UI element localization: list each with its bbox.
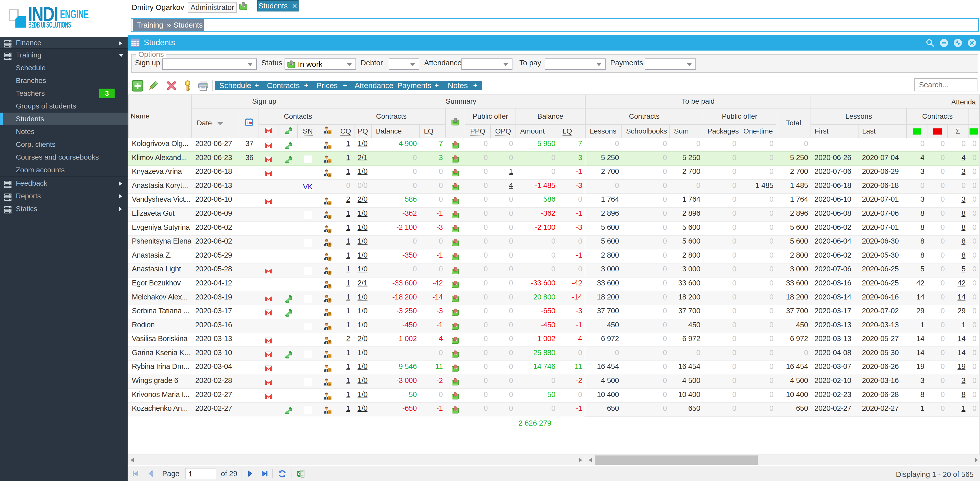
svg-text:18: 18 [247,121,251,125]
